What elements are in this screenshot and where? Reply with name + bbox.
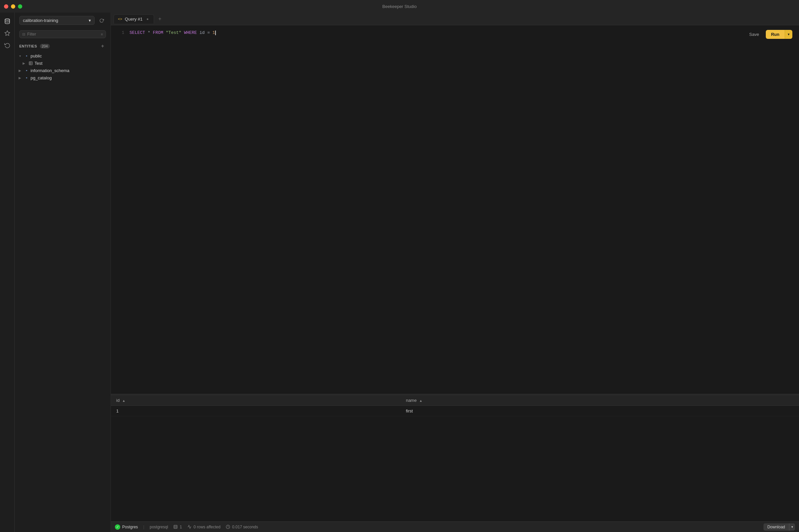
filter-input-wrap: ⊟ ≡ <box>19 30 106 38</box>
editor-area: 1 SELECT * FROM "Test" WHERE id = 1 Save… <box>111 25 799 394</box>
duration-item: 0.017 seconds <box>226 525 258 529</box>
code-line-1: 1 SELECT * FROM "Test" WHERE id = 1 <box>111 29 799 37</box>
titlebar: Beekeeper Studio <box>0 0 799 13</box>
connection-status: ✓ Postgres <box>115 524 138 530</box>
row-count-value: 1 <box>180 525 182 529</box>
entity-tree: ▾ ▪ public ▶ Test ▶ <box>15 51 111 83</box>
new-tab-button[interactable]: + <box>155 15 164 23</box>
folder-icon: ▪ <box>24 75 29 80</box>
history-icon[interactable] <box>2 40 13 51</box>
database-icon[interactable] <box>2 16 13 26</box>
run-button-group: Run ▾ <box>766 30 792 39</box>
sort-asc-icon: ▲ <box>122 399 126 402</box>
query-tab-icon: <> <box>118 17 122 21</box>
svg-point-0 <box>5 19 9 21</box>
tab-close-button[interactable]: ● <box>145 17 150 21</box>
filter-options-icon[interactable]: ≡ <box>101 32 103 36</box>
entities-label-row: ENTITIES 204 + <box>15 40 111 51</box>
entity-panel: calibration-training ▾ ⊟ ≡ ENTITIES 204 … <box>15 13 111 532</box>
clock-icon <box>226 525 230 529</box>
maximize-button[interactable] <box>18 4 22 8</box>
minimize-button[interactable] <box>11 4 15 8</box>
line-number: 1 <box>116 30 124 36</box>
run-dropdown-button[interactable]: ▾ <box>785 30 792 39</box>
chevron-down-icon: ▾ <box>17 53 23 58</box>
tree-item-test[interactable]: ▶ Test <box>15 59 111 67</box>
table-header-row: id ▲ name ▲ <box>111 395 799 406</box>
download-dropdown-button[interactable]: ▾ <box>789 524 795 531</box>
checkmark-icon: ✓ <box>116 525 119 529</box>
editor-toolbar: Save Run ▾ <box>745 30 792 39</box>
download-button[interactable]: Download <box>763 524 789 531</box>
sort-asc-icon: ▲ <box>419 399 422 402</box>
data-table: id ▲ name ▲ 1 first <box>111 395 799 416</box>
entity-header: calibration-training ▾ <box>15 13 111 28</box>
main-content: <> Query #1 ● + 1 SELECT * FROM "Test" W… <box>111 13 799 532</box>
results-panel: id ▲ name ▲ 1 first <box>111 395 799 521</box>
editor-content[interactable]: 1 SELECT * FROM "Test" WHERE id = 1 <box>111 25 799 394</box>
connection-indicator: ✓ <box>115 524 120 530</box>
folder-icon: ▪ <box>24 68 29 73</box>
add-entity-button[interactable]: + <box>99 43 106 50</box>
download-button-group: Download ▾ <box>763 524 795 531</box>
db-selector-label: calibration-training <box>23 18 58 23</box>
chevron-right-icon: ▶ <box>21 60 26 66</box>
app-title: Beekeeper Studio <box>382 4 416 9</box>
tab-bar: <> Query #1 ● + <box>111 13 799 25</box>
status-divider: | <box>143 524 144 529</box>
rows-affected-item: 0 rows affected <box>187 525 221 529</box>
db-type-label: postgresql <box>150 525 168 529</box>
row-count-item: 1 <box>173 525 182 529</box>
schema-label-information-schema: information_schema <box>31 68 70 73</box>
cell-name: first <box>400 406 799 416</box>
entities-count: 204 <box>40 44 50 49</box>
entities-title: ENTITIES <box>19 44 37 48</box>
traffic-lights <box>4 4 22 8</box>
duration-label: 0.017 seconds <box>232 525 258 529</box>
column-header-id[interactable]: id ▲ <box>111 395 400 406</box>
table-label-test: Test <box>35 61 42 66</box>
rows-icon <box>173 525 178 529</box>
rows-affected-label: 0 rows affected <box>194 525 221 529</box>
tree-item-pg-catalog[interactable]: ▶ ▪ pg_catalog <box>15 74 111 81</box>
icon-rail <box>0 13 15 532</box>
chevron-right-icon: ▶ <box>17 68 23 73</box>
column-header-name[interactable]: name ▲ <box>400 395 799 406</box>
save-button[interactable]: Save <box>745 30 763 39</box>
filter-icon: ⊟ <box>22 32 25 37</box>
filter-bar: ⊟ ≡ <box>15 28 111 40</box>
chevron-down-icon: ▾ <box>89 18 91 23</box>
svg-marker-1 <box>5 31 9 36</box>
tab-query-1[interactable]: <> Query #1 ● <box>114 14 154 23</box>
refresh-button[interactable] <box>97 16 106 25</box>
run-button[interactable]: Run <box>766 30 785 39</box>
svg-rect-2 <box>29 61 32 65</box>
cell-id: 1 <box>111 406 400 416</box>
status-bar: ✓ Postgres | postgresql 1 0 row <box>111 521 799 532</box>
tree-item-information-schema[interactable]: ▶ ▪ information_schema <box>15 67 111 74</box>
table-row[interactable]: 1 first <box>111 406 799 416</box>
code-token-select: SELECT * FROM "Test" WHERE id = 1 <box>130 30 216 37</box>
folder-icon: ▪ <box>24 53 29 58</box>
status-right: Download ▾ <box>763 524 795 531</box>
app-body: calibration-training ▾ ⊟ ≡ ENTITIES 204 … <box>0 13 799 532</box>
results-table[interactable]: id ▲ name ▲ 1 first <box>111 395 799 521</box>
tab-label: Query #1 <box>125 17 142 22</box>
db-name-label: Postgres <box>122 525 138 529</box>
schema-label-public: public <box>31 54 42 58</box>
star-icon[interactable] <box>2 28 13 39</box>
chevron-right-icon: ▶ <box>17 75 23 80</box>
close-button[interactable] <box>4 4 8 8</box>
db-type-item: postgresql <box>150 525 168 529</box>
rows-affected-icon <box>187 525 192 529</box>
svg-rect-6 <box>174 525 177 529</box>
tree-item-public[interactable]: ▾ ▪ public <box>15 52 111 59</box>
schema-label-pg-catalog: pg_catalog <box>31 75 52 80</box>
filter-input[interactable] <box>27 32 99 37</box>
db-selector[interactable]: calibration-training ▾ <box>19 16 95 25</box>
table-icon <box>28 60 33 66</box>
